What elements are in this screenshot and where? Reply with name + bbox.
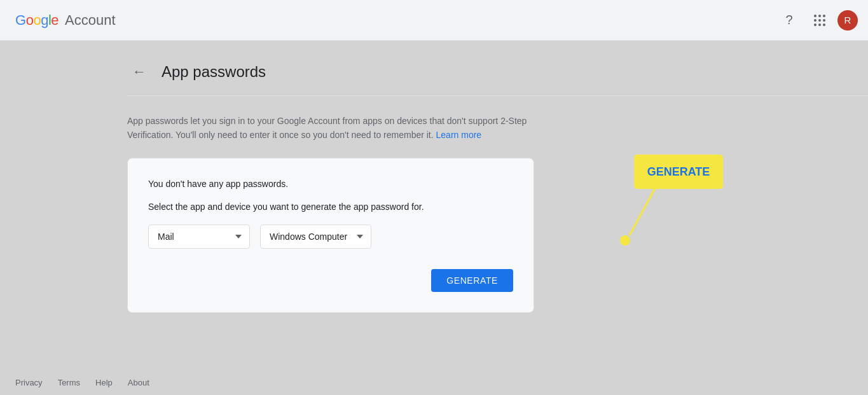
back-button[interactable]: ←: [127, 59, 151, 85]
app-dropdown[interactable]: Mail: [148, 225, 250, 249]
back-arrow-icon: ←: [132, 64, 146, 80]
app-passwords-card: You don't have any app passwords. Select…: [127, 158, 534, 313]
device-dropdown[interactable]: Windows Computer: [260, 225, 371, 249]
google-logo: Google: [15, 12, 59, 29]
footer-privacy-link[interactable]: Privacy: [15, 378, 43, 387]
main-content: ← App passwords App passwords let you si…: [0, 43, 868, 364]
page-title-row: ← App passwords: [127, 59, 868, 85]
footer-terms-link[interactable]: Terms: [58, 378, 80, 387]
apps-button[interactable]: [807, 8, 832, 33]
footer: Privacy Terms Help About: [0, 370, 165, 395]
generate-button[interactable]: GENERATE: [431, 269, 513, 292]
title-divider: [127, 95, 868, 96]
selects-row: Mail Windows Computer: [148, 225, 513, 249]
no-passwords-text: You don't have any app passwords.: [148, 179, 513, 189]
help-button[interactable]: ?: [776, 8, 802, 33]
footer-about-link[interactable]: About: [128, 378, 149, 387]
header-actions: ? R: [776, 8, 858, 33]
page-title: App passwords: [162, 63, 266, 81]
brand-area: Google Account: [15, 12, 116, 29]
google-wordmark: Google: [15, 12, 59, 29]
account-label: Account: [65, 12, 116, 29]
avatar[interactable]: R: [837, 10, 858, 31]
learn-more-link[interactable]: Learn more: [436, 130, 482, 140]
header: Google Account ? R: [0, 0, 868, 41]
help-icon: ?: [785, 13, 792, 27]
generate-row: GENERATE: [148, 269, 513, 292]
apps-icon: [814, 15, 825, 26]
footer-help-link[interactable]: Help: [95, 378, 113, 387]
description-text: App passwords let you sign in to your Go…: [127, 114, 534, 142]
select-label: Select the app and device you want to ge…: [148, 202, 513, 212]
